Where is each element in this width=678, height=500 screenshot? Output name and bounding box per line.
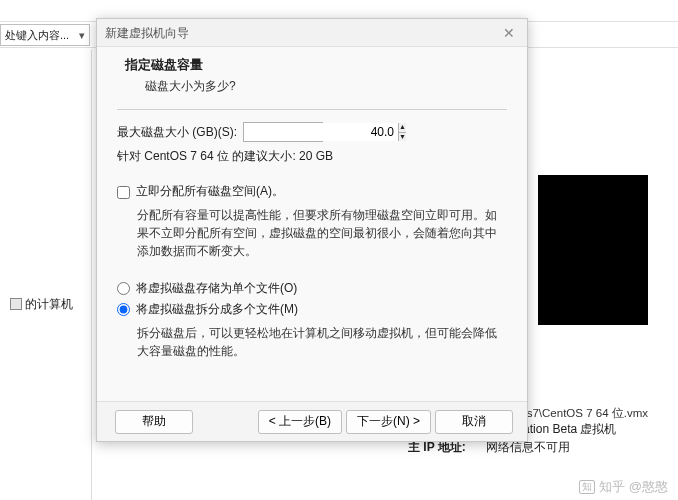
watermark-brand: 知乎 bbox=[599, 478, 625, 496]
dialog-title: 新建虚拟机向导 bbox=[105, 19, 189, 47]
max-size-label: 最大磁盘大小 (GB)(S): bbox=[117, 124, 237, 141]
recommended-size: 针对 CentOS 7 64 位 的建议大小: 20 GB bbox=[117, 148, 507, 165]
tree-root-label: 的计算机 bbox=[25, 296, 73, 313]
allocate-now-desc: 分配所有容量可以提高性能，但要求所有物理磁盘空间立即可用。如果不立即分配所有空间… bbox=[137, 206, 507, 260]
back-button[interactable]: < 上一步(B) bbox=[258, 410, 342, 434]
computer-icon bbox=[10, 298, 22, 310]
cancel-button[interactable]: 取消 bbox=[435, 410, 513, 434]
watermark-author: @憨憨 bbox=[629, 478, 668, 496]
allocate-now-row: 立即分配所有磁盘空间(A)。 bbox=[117, 183, 507, 200]
dialog-button-row: 帮助 < 上一步(B) 下一步(N) > 取消 bbox=[97, 401, 527, 441]
step-subtitle: 磁盘大小为多少? bbox=[145, 78, 507, 95]
radio-single-file[interactable]: 将虚拟磁盘存储为单个文件(O) bbox=[117, 280, 507, 297]
dialog-body: 指定磁盘容量 磁盘大小为多少? 最大磁盘大小 (GB)(S): ▲ ▼ 针对 C… bbox=[97, 47, 527, 402]
allocate-now-checkbox[interactable] bbox=[117, 186, 130, 199]
allocate-now-label: 立即分配所有磁盘空间(A)。 bbox=[136, 183, 284, 200]
radio-single-file-input[interactable] bbox=[117, 282, 130, 295]
separator bbox=[117, 109, 507, 110]
spinner-up-icon[interactable]: ▲ bbox=[399, 123, 406, 133]
disk-split-group: 将虚拟磁盘存储为单个文件(O) 将虚拟磁盘拆分成多个文件(M) 拆分磁盘后，可以… bbox=[117, 280, 507, 360]
address-combo[interactable]: 处键入内容... ▾ bbox=[0, 24, 90, 46]
help-button[interactable]: 帮助 bbox=[115, 410, 193, 434]
radio-single-file-label: 将虚拟磁盘存储为单个文件(O) bbox=[136, 280, 297, 297]
next-button[interactable]: 下一步(N) > bbox=[346, 410, 431, 434]
vm-tree: 的计算机 CentOS 7 64 位 Ubuntu 64 位 CentOS 7 … bbox=[0, 50, 91, 500]
multi-file-desc: 拆分磁盘后，可以更轻松地在计算机之间移动虚拟机，但可能会降低大容量磁盘的性能。 bbox=[137, 324, 507, 360]
zhihu-icon: 知 bbox=[579, 480, 595, 494]
max-size-row: 最大磁盘大小 (GB)(S): ▲ ▼ bbox=[117, 122, 507, 142]
sidebar: 的计算机 CentOS 7 64 位 Ubuntu 64 位 CentOS 7 … bbox=[0, 50, 92, 500]
close-icon[interactable]: ✕ bbox=[499, 19, 519, 47]
spinner-down-icon[interactable]: ▼ bbox=[399, 133, 406, 142]
radio-multi-file[interactable]: 将虚拟磁盘拆分成多个文件(M) bbox=[117, 301, 507, 318]
new-vm-wizard-dialog: 新建虚拟机向导 ✕ 指定磁盘容量 磁盘大小为多少? 最大磁盘大小 (GB)(S)… bbox=[96, 18, 528, 442]
vm-preview-screen bbox=[538, 175, 648, 325]
max-size-spinner[interactable]: ▲ ▼ bbox=[243, 122, 323, 142]
vm-config-path: tos7\CentOS 7 64 位.vmx bbox=[517, 404, 648, 422]
max-size-input[interactable] bbox=[244, 123, 398, 141]
watermark: 知 知乎 @憨憨 bbox=[579, 478, 668, 496]
address-combo-text: 处键入内容... bbox=[5, 28, 69, 43]
chevron-down-icon: ▾ bbox=[79, 29, 85, 42]
radio-multi-file-label: 将虚拟磁盘拆分成多个文件(M) bbox=[136, 301, 298, 318]
step-title: 指定磁盘容量 bbox=[125, 57, 507, 74]
radio-multi-file-input[interactable] bbox=[117, 303, 130, 316]
dialog-titlebar[interactable]: 新建虚拟机向导 ✕ bbox=[97, 19, 527, 47]
